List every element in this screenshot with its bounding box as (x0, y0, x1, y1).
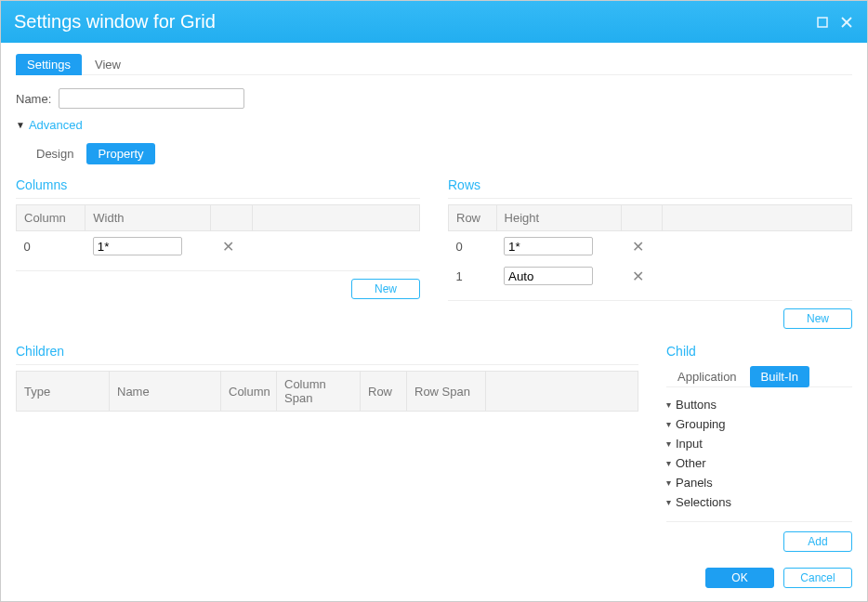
columns-rows-row: Columns Column Width 0 ✕ (16, 177, 852, 329)
children-child-row: Children Type Name Column Column Span Ro… (16, 344, 852, 552)
child-panel: Child Application Built-In ▾Buttons ▾Gro… (666, 344, 852, 552)
children-header-colspan: Column Span (277, 372, 361, 412)
columns-header-index: Column (17, 205, 85, 231)
rows-footer: New (448, 300, 852, 329)
children-header-column: Column (221, 372, 277, 412)
column-width-input[interactable] (93, 237, 182, 255)
columns-header-row: Column Width (17, 205, 420, 231)
child-tab-application[interactable]: Application (666, 366, 748, 387)
children-header-row: Type Name Column Column Span Row Row Spa… (17, 372, 638, 412)
columns-panel: Columns Column Width 0 ✕ (16, 177, 420, 329)
columns-header-blank2 (252, 205, 419, 231)
advanced-toggle[interactable]: ▼ Advanced (16, 118, 852, 132)
children-title: Children (16, 344, 638, 365)
rows-header-blank2 (663, 205, 852, 231)
dialog-body: Settings View Name: ▼ Advanced Design Pr… (1, 43, 867, 560)
ok-button[interactable]: OK (705, 568, 774, 588)
child-tab-builtin[interactable]: Built-In (750, 366, 809, 387)
category-grouping[interactable]: ▾Grouping (666, 414, 852, 434)
category-panels[interactable]: ▾Panels (666, 473, 852, 492)
rows-header-row: Row Height (449, 205, 852, 231)
chevron-down-icon: ▼ (16, 120, 25, 130)
children-panel: Children Type Name Column Column Span Ro… (16, 344, 638, 552)
chevron-right-icon: ▾ (666, 419, 671, 429)
columns-row: 0 ✕ (17, 231, 420, 262)
children-header-name: Name (110, 372, 221, 412)
chevron-right-icon: ▾ (666, 438, 671, 449)
rows-header-height: Height (496, 205, 621, 231)
new-row-button[interactable]: New (783, 308, 852, 329)
chevron-right-icon: ▾ (666, 458, 671, 468)
close-icon[interactable] (839, 15, 854, 30)
maximize-icon[interactable] (815, 15, 830, 30)
name-row: Name: (16, 88, 852, 109)
remove-column-icon[interactable]: ✕ (218, 238, 238, 255)
subtab-design[interactable]: Design (25, 143, 85, 164)
add-child-button[interactable]: Add (783, 531, 852, 552)
rows-table: Row Height 0 ✕ 1 ✕ (448, 204, 852, 291)
rows-panel: Rows Row Height 0 ✕ (448, 177, 852, 329)
remove-row-icon[interactable]: ✕ (628, 238, 648, 255)
subtab-property[interactable]: Property (86, 143, 154, 164)
child-footer: Add (666, 521, 852, 552)
row-height-input-1[interactable] (504, 267, 593, 285)
children-header-type: Type (17, 372, 110, 412)
rows-header-index: Row (449, 205, 497, 231)
rows-header-blank1 (621, 205, 662, 231)
columns-header-width: Width (85, 205, 211, 231)
children-table: Type Name Column Column Span Row Row Spa… (16, 371, 638, 412)
columns-footer: New (16, 270, 420, 299)
children-header-blank (486, 372, 638, 412)
column-index: 0 (17, 231, 85, 262)
new-column-button[interactable]: New (351, 279, 420, 299)
name-input[interactable] (59, 88, 244, 109)
rows-row: 1 ✕ (449, 261, 852, 291)
dialog-footer: OK Cancel (1, 560, 867, 601)
tab-view[interactable]: View (84, 54, 132, 75)
chevron-right-icon: ▾ (666, 478, 671, 488)
titlebar: Settings window for Grid (1, 1, 867, 43)
advanced-label: Advanced (29, 118, 83, 132)
chevron-right-icon: ▾ (666, 497, 671, 507)
sub-tabs: Design Property (25, 143, 852, 164)
row-index-1: 1 (449, 261, 497, 291)
cancel-button[interactable]: Cancel (783, 568, 852, 588)
rows-row: 0 ✕ (449, 231, 852, 262)
tab-settings[interactable]: Settings (16, 54, 82, 75)
category-selections[interactable]: ▾Selections (666, 492, 852, 512)
children-header-row: Row (361, 372, 407, 412)
category-buttons[interactable]: ▾Buttons (666, 395, 852, 414)
columns-header-blank1 (211, 205, 253, 231)
window-title: Settings window for Grid (14, 11, 815, 33)
chevron-right-icon: ▾ (666, 399, 671, 410)
columns-table: Column Width 0 ✕ (16, 204, 420, 261)
svg-rect-0 (818, 18, 827, 27)
settings-window: Settings window for Grid Settings View N… (0, 0, 868, 602)
child-tabs: Application Built-In (666, 366, 852, 387)
row-height-input-0[interactable] (504, 237, 593, 255)
category-input[interactable]: ▾Input (666, 434, 852, 453)
remove-row-icon[interactable]: ✕ (628, 268, 648, 285)
columns-title: Columns (16, 177, 420, 199)
child-categories: ▾Buttons ▾Grouping ▾Input ▾Other ▾Panels… (666, 395, 852, 512)
row-index-0: 0 (449, 231, 497, 262)
window-controls (815, 15, 854, 30)
category-other[interactable]: ▾Other (666, 453, 852, 473)
child-title: Child (666, 344, 852, 364)
rows-title: Rows (448, 177, 852, 199)
top-tabs: Settings View (16, 54, 852, 75)
name-label: Name: (16, 92, 51, 106)
children-header-rowspan: Row Span (407, 372, 486, 412)
